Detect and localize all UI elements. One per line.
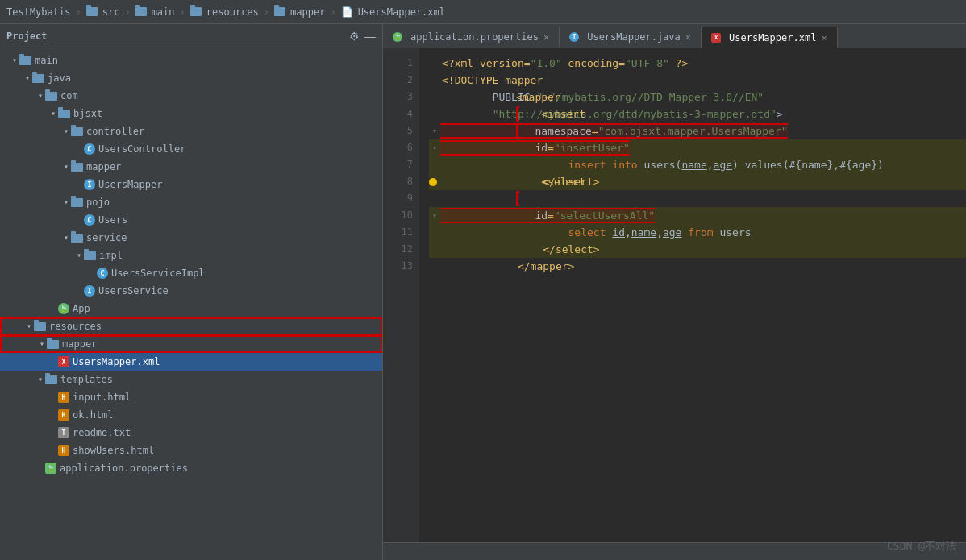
tree-item-show-users-html[interactable]: H showUsers.html: [0, 442, 382, 459]
folder-icon-main: [19, 56, 31, 65]
tree-item-resources[interactable]: resources: [0, 317, 382, 335]
arrow-bjsxt: [48, 109, 58, 118]
tree-item-app[interactable]: 🍃 App: [0, 300, 382, 317]
breadcrumb-src: src: [102, 6, 120, 18]
icon-users-mapper-xml: X: [58, 356, 69, 367]
label-mapper-folder: mapper: [86, 161, 121, 172]
arrow-app: [48, 304, 58, 313]
label-mapper-resources: mapper: [62, 338, 97, 350]
project-name: TestMybatis: [6, 6, 70, 18]
arrow-users-mapper: [74, 180, 84, 189]
arrow-users-service-impl: [87, 268, 97, 278]
icon-users: C: [84, 214, 95, 226]
label-bjsxt: bjsxt: [73, 108, 102, 119]
sidebar-title: Project: [6, 31, 48, 42]
arrow-main: [10, 56, 19, 65]
tree-item-main[interactable]: main: [0, 52, 382, 69]
tab-close-users-mapper-xml[interactable]: ✕: [821, 32, 827, 44]
tree-item-impl[interactable]: impl: [0, 247, 382, 264]
icon-app: 🍃: [58, 303, 69, 314]
label-ok-html: ok.html: [73, 409, 114, 421]
tree-item-application-props[interactable]: 🍃 application.properties: [0, 459, 382, 477]
code-content[interactable]: <?xml version="1.0" encoding="UTF-8" ?> …: [419, 48, 966, 542]
tree-item-templates[interactable]: templates: [0, 371, 382, 388]
tab-application-properties[interactable]: 🍃 application.properties ✕: [383, 27, 560, 48]
folder-icon-bjsxt: [58, 110, 70, 118]
label-users-service: UsersService: [98, 285, 169, 297]
breadcrumb-resources: resources: [206, 6, 259, 18]
tab-icon-application-properties: 🍃: [393, 32, 402, 42]
tree-item-service[interactable]: service: [0, 229, 382, 247]
icon-readme-txt: T: [58, 427, 69, 438]
arrow-users: [74, 215, 84, 225]
tree-item-ok-html[interactable]: H ok.html: [0, 406, 382, 424]
label-application-props: application.properties: [60, 463, 188, 474]
code-editor: 1 2 3 4 5 6 7 8 9 10 11 12 13 <?xml vers…: [383, 48, 966, 542]
tree-item-users-service[interactable]: I UsersService: [0, 282, 382, 300]
arrow-mapper-resources: [37, 339, 47, 349]
line-num-3: 3: [383, 89, 413, 106]
editor-area: 🍃 application.properties ✕ I UsersMapper…: [383, 24, 966, 560]
tree-item-java[interactable]: java: [0, 69, 382, 87]
tree-item-input-html[interactable]: H input.html: [0, 388, 382, 406]
breadcrumb-file: 📄: [341, 6, 353, 18]
watermark: CSDN @不对法: [887, 539, 956, 554]
label-service: service: [86, 232, 127, 243]
folder-icon-service: [71, 234, 83, 243]
line-num-6: 6: [383, 139, 413, 156]
fold-6: ▾: [429, 139, 440, 156]
label-input-html: input.html: [73, 392, 131, 403]
line-num-4: 4: [383, 106, 413, 122]
tree-item-controller[interactable]: controller: [0, 122, 382, 140]
tab-icon-users-mapper-xml: X: [711, 33, 721, 43]
tree-item-users-service-impl[interactable]: C UsersServiceImpl: [0, 264, 382, 282]
mapper-folder-icon: [274, 7, 285, 16]
line-num-9: 9: [383, 190, 413, 207]
tree-item-users-mapper-xml[interactable]: X UsersMapper.xml: [0, 353, 382, 371]
fold-10: ▾: [429, 207, 440, 224]
line-num-12: 12: [383, 241, 413, 258]
label-pojo: pojo: [86, 197, 110, 208]
arrow-resources: [24, 321, 34, 331]
tree-item-pojo[interactable]: pojo: [0, 193, 382, 211]
icon-input-html: H: [58, 392, 69, 403]
sidebar-header: Project ⚙ —: [0, 24, 382, 48]
tab-users-mapper-java[interactable]: I UsersMapper.java ✕: [560, 27, 702, 48]
tree-item-mapper-resources[interactable]: mapper: [0, 335, 382, 353]
code-line-13-content: </mapper>: [442, 241, 574, 292]
tree-item-readme-txt[interactable]: T readme.txt: [0, 424, 382, 442]
tab-close-application-properties[interactable]: ✕: [543, 31, 549, 43]
label-com: com: [60, 90, 78, 102]
tree-item-com[interactable]: com: [0, 87, 382, 105]
tree-item-mapper-folder[interactable]: mapper: [0, 158, 382, 176]
folder-icon-pojo: [71, 198, 83, 207]
tab-icon-users-mapper-java: I: [569, 32, 579, 42]
tree-item-users[interactable]: C Users: [0, 211, 382, 229]
tab-label-users-mapper-xml: UsersMapper.xml: [729, 32, 816, 44]
line-numbers: 1 2 3 4 5 6 7 8 9 10 11 12 13: [383, 48, 419, 542]
project-label: TestMybatis › src › main › resources › m…: [6, 6, 445, 18]
icon-users-service: I: [84, 285, 95, 297]
tab-close-users-mapper-java[interactable]: ✕: [685, 31, 691, 43]
tree-item-users-controller[interactable]: C UsersController: [0, 140, 382, 158]
sidebar-tree: main java com bjsxt: [0, 48, 382, 560]
icon-users-mapper: I: [84, 179, 95, 190]
tree-item-users-mapper[interactable]: I UsersMapper: [0, 176, 382, 193]
folder-icon-controller: [71, 127, 83, 136]
sidebar-collapse-button[interactable]: —: [364, 30, 376, 43]
tree-item-bjsxt[interactable]: bjsxt: [0, 105, 382, 122]
folder-icon-com: [45, 92, 57, 101]
line-num-7: 7: [383, 156, 413, 173]
line-num-11: 11: [383, 224, 413, 241]
label-app: App: [73, 303, 90, 314]
breadcrumb-mapper: mapper: [290, 6, 325, 18]
sidebar-settings-button[interactable]: ⚙: [349, 30, 360, 43]
sidebar: Project ⚙ — main java c: [0, 24, 383, 560]
label-show-users-html: showUsers.html: [73, 445, 154, 456]
arrow-users-controller: [74, 144, 84, 154]
label-java: java: [48, 73, 71, 84]
label-users-service-impl: UsersServiceImpl: [111, 268, 205, 279]
src-folder-icon: [86, 7, 98, 16]
arrow-impl: [74, 251, 84, 260]
tab-users-mapper-xml[interactable]: X UsersMapper.xml ✕: [702, 27, 838, 48]
